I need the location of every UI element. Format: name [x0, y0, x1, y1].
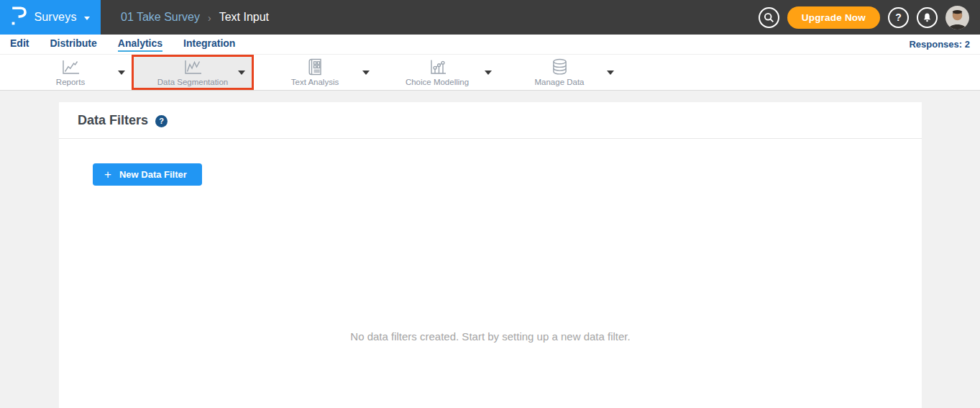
topbar: Surveys 01 Take Survey › Text Input Upgr…	[0, 0, 980, 35]
proprofs-logo-icon	[11, 6, 27, 29]
analytics-toolbar: Reports Data Segmentation Text Analysis	[0, 55, 980, 91]
scatter-chart-icon	[429, 59, 447, 76]
empty-state-message: No data filters created. Start by settin…	[59, 330, 922, 343]
card-header: Data Filters ?	[59, 102, 922, 139]
chevron-down-icon[interactable]	[485, 71, 492, 75]
chevron-down-icon[interactable]	[238, 71, 245, 75]
breadcrumb-separator-icon: ›	[208, 12, 211, 24]
toolbar-item-choice-modelling[interactable]: Choice Modelling	[376, 55, 498, 90]
tab-integration[interactable]: Integration	[183, 37, 235, 52]
search-button[interactable]	[759, 7, 779, 28]
toolbar-item-data-segmentation[interactable]: Data Segmentation	[132, 55, 254, 90]
breadcrumb: 01 Take Survey › Text Input	[121, 0, 269, 35]
chevron-down-icon[interactable]	[362, 71, 370, 75]
toolbar-item-label: Text Analysis	[291, 78, 339, 86]
document-grid-icon	[307, 58, 323, 76]
topbar-actions: Upgrade Now ?	[759, 0, 980, 35]
tab-edit[interactable]: Edit	[10, 37, 29, 52]
upgrade-now-button[interactable]: Upgrade Now	[787, 6, 880, 29]
line-chart-icon	[61, 59, 80, 76]
page-title: Data Filters	[78, 113, 148, 128]
app-name: Surveys	[34, 11, 76, 24]
app-switcher[interactable]: Surveys	[0, 0, 101, 35]
toolbar-item-label: Manage Data	[534, 78, 584, 86]
chevron-down-icon[interactable]	[607, 71, 614, 75]
responses-count[interactable]: Responses: 2	[909, 39, 970, 50]
bell-icon	[922, 12, 933, 23]
chevron-down-icon	[84, 17, 90, 20]
tab-analytics[interactable]: Analytics	[118, 37, 162, 52]
toolbar-item-label: Choice Modelling	[406, 78, 469, 86]
new-data-filter-button[interactable]: + New Data Filter	[93, 163, 202, 186]
breadcrumb-page-name: Text Input	[219, 11, 269, 24]
user-avatar[interactable]	[945, 6, 969, 30]
chevron-down-icon[interactable]	[118, 71, 125, 75]
button-row: + New Data Filter	[59, 139, 922, 186]
toolbar-item-label: Data Segmentation	[157, 78, 228, 86]
toolbar-item-manage-data[interactable]: Manage Data	[498, 55, 620, 90]
card-body: + New Data Filter No data filters create…	[59, 139, 922, 343]
help-icon[interactable]: ?	[155, 115, 168, 127]
search-icon	[764, 12, 774, 23]
breadcrumb-survey-name[interactable]: 01 Take Survey	[121, 11, 200, 24]
toolbar-item-reports[interactable]: Reports	[9, 55, 132, 90]
help-button[interactable]: ?	[888, 7, 909, 28]
plus-icon: +	[104, 170, 111, 179]
new-data-filter-label: New Data Filter	[119, 169, 187, 180]
main-content: Data Filters ? + New Data Filter No data…	[0, 91, 980, 408]
notifications-button[interactable]	[917, 7, 938, 28]
toolbar-item-label: Reports	[56, 78, 85, 86]
segmentation-chart-icon	[183, 59, 202, 76]
survey-subnav: Edit Distribute Analytics Integration Re…	[0, 35, 980, 55]
tab-distribute[interactable]: Distribute	[50, 37, 96, 52]
toolbar-item-text-analysis[interactable]: Text Analysis	[254, 55, 376, 90]
database-icon	[551, 58, 568, 76]
data-filters-card: Data Filters ? + New Data Filter No data…	[59, 102, 922, 408]
